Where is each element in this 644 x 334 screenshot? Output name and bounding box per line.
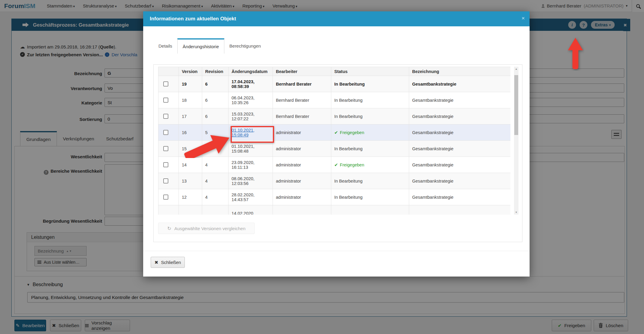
vorschlag-link[interactable]: Der Vorschla	[111, 52, 137, 57]
label-bezeichnung: Bezeichnung	[21, 71, 102, 76]
quelle-link[interactable]: Quelle	[100, 44, 114, 49]
table-row-version-19[interactable]: 19617.04.2023,08:58:39Bernhard BeraterIn…	[158, 76, 511, 92]
scrollbar-thumb[interactable]	[514, 75, 518, 135]
annotation-highlight-box	[231, 126, 274, 143]
arrow-up-circle-icon: ↑	[105, 52, 109, 57]
label-kategorie: Kategorie	[21, 100, 102, 105]
label-verantwortung: Verantwortung	[21, 86, 102, 91]
menu-item-1[interactable]: Strukturanalyse▾	[83, 3, 117, 8]
row-checkbox[interactable]	[163, 81, 168, 86]
menu-item-6[interactable]: Verwaltung▾	[273, 3, 297, 8]
label-bereiche-wesentlichkeit: ?Bereiche Wesentlichkeit	[21, 168, 102, 175]
leistungen-sort-header[interactable]: Bezeichnung▲▼	[34, 246, 87, 256]
menu-item-0[interactable]: Stammdaten▾	[47, 3, 75, 8]
row-checkbox[interactable]	[163, 195, 168, 200]
row-checkbox[interactable]	[163, 130, 168, 135]
col-status: Status	[331, 67, 409, 76]
tab-aenderungshistorie[interactable]: Änderungshistorie	[177, 38, 224, 54]
table-row-version-13[interactable]: 13408.06.2020,12:03:56administratorIn Be…	[158, 173, 511, 189]
row-checkbox[interactable]	[163, 162, 168, 167]
main-menu: Stammdaten▾Strukturanalyse▾Schutzbedarf▾…	[47, 3, 297, 8]
aus-liste-waehlen-button[interactable]: Aus Liste wählen…	[34, 258, 87, 266]
modal-tabs: Details Änderungshistorie Berechtigungen	[153, 38, 266, 54]
menu-item-2[interactable]: Schutzbedarf▾	[125, 3, 154, 8]
modal-header: Informationen zum aktuellen Objekt ×	[143, 11, 530, 26]
col-aenderungsdatum: Änderungsdatum	[229, 67, 273, 76]
x-icon: ✖	[155, 260, 158, 265]
row-checkbox[interactable]	[163, 98, 168, 103]
panel-close-button[interactable]: ✖	[620, 19, 630, 31]
row-checkbox[interactable]	[163, 114, 168, 119]
check-icon: ✔	[334, 130, 338, 135]
row-checkbox[interactable]	[163, 146, 168, 151]
logo-part2: ISM	[24, 2, 35, 9]
page-title: Geschäftsprozess: Gesamtbankstrategie	[33, 22, 129, 28]
table-view-toggle-button[interactable]	[611, 130, 622, 139]
modal-schliessen-button[interactable]: ✖Schließen	[151, 257, 185, 268]
loeschen-button[interactable]: Löschen	[594, 320, 628, 331]
chevron-down-icon: ▾	[115, 4, 117, 8]
annotation-arrow-info-icon	[567, 37, 584, 71]
freigeben-button[interactable]: ✔Freigeben	[552, 320, 591, 331]
sort-arrows-icon: ▲▼	[66, 250, 72, 253]
bearbeiten-button[interactable]: ✎Bearbeiten	[14, 320, 46, 331]
user-role: (ADMINISTRATOR)	[584, 3, 624, 8]
menu-item-3[interactable]: Risikomanagement▾	[162, 3, 203, 8]
collapse-caret-icon: ▼	[27, 283, 30, 286]
compare-versions-button[interactable]: ↻Ausgewählte Versionen vergleichen	[158, 223, 255, 234]
scroll-down-icon[interactable]: ▼	[514, 210, 518, 215]
screen: ForumISM Stammdaten▾Strukturanalyse▾Schu…	[0, 0, 644, 334]
chevron-down-icon: ▾	[263, 4, 264, 8]
table-row-version-18[interactable]: 18606.04.2023,10:35:26Bernhard BeraterIn…	[158, 92, 511, 108]
col-revision: Revision	[202, 67, 229, 76]
top-navbar: ForumISM Stammdaten▾Strukturanalyse▾Schu…	[0, 0, 644, 12]
chevron-down-icon: ▾	[609, 23, 611, 27]
info-button[interactable]: i	[568, 21, 576, 29]
tab-verknuepfungen[interactable]: Verknüpfungen	[57, 131, 100, 146]
app-logo[interactable]: ForumISM	[4, 2, 35, 10]
search-button[interactable]	[632, 0, 644, 12]
extras-button[interactable]: Extras▾	[591, 21, 615, 29]
tab-grundlagen[interactable]: Grundlagen	[20, 131, 57, 146]
logo-part1: Forum	[4, 2, 24, 9]
help-button[interactable]: ?	[580, 21, 587, 29]
chevron-down-icon: ▾	[296, 4, 297, 8]
chevron-down-icon: ▾	[626, 4, 628, 8]
col-version: Version	[179, 67, 202, 76]
trash-icon	[598, 323, 603, 328]
table-row-version-17[interactable]: 17615.03.2023,12:07:22Bernhard BeraterIn…	[158, 108, 511, 125]
tab-berechtigungen[interactable]: Berechtigungen	[224, 38, 266, 54]
navbar-right: Bernhard Berater (ADMINISTRATOR) ▾	[542, 0, 644, 12]
modal-close-icon[interactable]: ×	[521, 15, 525, 22]
beschreibung-section-header[interactable]: ▼Beschreibung	[27, 282, 63, 287]
schliessen-button[interactable]: ✖Schließen	[50, 320, 81, 331]
table-scrollbar[interactable]: ▲ ▼	[514, 67, 518, 215]
table-header-row: Version Revision Änderungsdatum Bearbeit…	[158, 67, 511, 76]
table-row-version-12[interactable]: 12428.02.2020,14:43:57administratorIn Be…	[158, 189, 511, 205]
col-checkbox	[158, 67, 179, 76]
vorschlag-anzeigen-button[interactable]: Vorschlag anzeigen	[85, 320, 130, 331]
table-row-partial[interactable]: 14.02.2020	[158, 205, 511, 215]
search-icon	[636, 4, 640, 8]
tab-details[interactable]: Details	[153, 38, 177, 54]
user-menu[interactable]: Bernhard Berater (ADMINISTRATOR) ▾	[542, 3, 628, 8]
menu-item-5[interactable]: Reporting▾	[242, 3, 264, 8]
row-checkbox[interactable]	[163, 178, 168, 183]
cloud-download-icon: ☁	[20, 44, 25, 50]
scroll-up-icon[interactable]: ▲	[514, 67, 518, 71]
pencil-icon: ✎	[16, 323, 20, 328]
process-arrow-icon	[22, 22, 29, 27]
user-icon	[542, 6, 545, 8]
table-row-version-14[interactable]: 14423.09.2020,16:11:13administrator✔Frei…	[158, 157, 511, 173]
page-tabs: Grundlagen Verknüpfungen Schutzbedarf Bu	[20, 131, 157, 146]
tab-schutzbedarf[interactable]: Schutzbedarf	[100, 131, 139, 146]
help-icon[interactable]: ?	[44, 170, 49, 175]
menu-item-4[interactable]: Aktivitäten▾	[211, 3, 234, 8]
user-name: Bernhard Berater	[547, 3, 581, 8]
chevron-down-icon: ▾	[233, 4, 235, 8]
list-icon	[37, 261, 41, 261]
beschreibung-field[interactable]: Planung, Entwicklung, Umsetzung und Kont…	[27, 292, 624, 303]
modal-title: Informationen zum aktuellen Objekt	[150, 16, 236, 22]
check-circle-icon: ✔	[20, 52, 25, 57]
chevron-down-icon: ▾	[152, 4, 154, 8]
